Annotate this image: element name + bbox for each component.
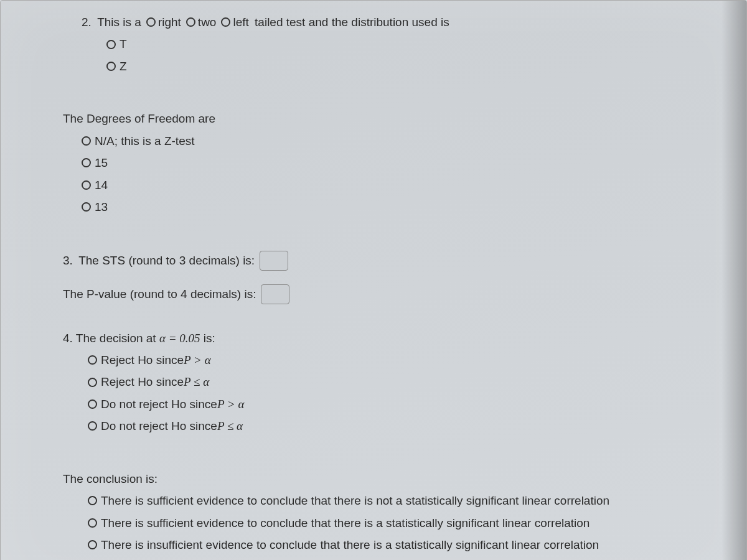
conclusion-section: The conclusion is: There is sufficient e… (63, 470, 721, 560)
concl-opt-3: There is insufficient evidence to conclu… (101, 536, 599, 554)
dec-opt-3a: Do not reject Ho since (101, 395, 217, 413)
q3-pval-label: The P-value (round to 4 decimals) is: (63, 285, 256, 303)
radio-concl-2[interactable] (88, 518, 97, 528)
dec-opt-4b: P ≤ α (217, 417, 243, 435)
question-2: 2. This is a right two left tailed test … (82, 13, 721, 75)
q3-sts-label: The STS (round to 3 decimals) is: (78, 251, 255, 269)
dist-opt-z: Z (120, 57, 127, 75)
radio-dec-4[interactable] (88, 421, 97, 431)
concl-opt-2: There is sufficient evidence to conclude… (101, 514, 590, 532)
dist-opt-t: T (120, 35, 127, 53)
df-heading: The Degrees of Freedom are (63, 110, 721, 128)
concl-opt-4: There is insufficient evidence to conclu… (101, 558, 560, 560)
radio-dec-1[interactable] (88, 355, 97, 365)
question-3: 3. The STS (round to 3 decimals) is: The… (63, 251, 721, 304)
q2-opt-two: two (198, 13, 217, 31)
question-number: 2. (82, 13, 92, 31)
dec-opt-3b: P > α (217, 395, 245, 413)
concl-opt-1: There is sufficient evidence to conclude… (101, 492, 609, 510)
dec-opt-2a: Reject Ho since (101, 373, 184, 391)
q2-prefix: This is a (97, 13, 141, 31)
df-section: The Degrees of Freedom are N/A; this is … (63, 110, 721, 216)
df-opt-14: 14 (95, 176, 108, 194)
radio-concl-3[interactable] (88, 540, 97, 549)
dec-opt-2b: P ≤ α (184, 373, 209, 391)
radio-dec-3[interactable] (88, 399, 97, 409)
radio-left[interactable] (221, 17, 230, 27)
radio-dist-z[interactable] (106, 62, 116, 71)
dec-opt-1a: Reject Ho since (101, 351, 184, 369)
q2-opt-left: left (233, 13, 248, 31)
radio-dist-t[interactable] (106, 40, 116, 49)
df-opt-13: 13 (95, 198, 108, 216)
df-opt-na: N/A; this is a Z-test (95, 132, 194, 150)
q3-number: 3. (63, 251, 73, 269)
q2-after: tailed test and the distribution used is (255, 13, 449, 31)
pvalue-input[interactable] (261, 284, 289, 304)
conclusion-heading: The conclusion is: (63, 470, 721, 488)
q2-opt-right: right (158, 13, 181, 31)
radio-df-15[interactable] (82, 158, 91, 167)
dec-opt-1b: P > α (184, 351, 211, 369)
radio-two[interactable] (186, 17, 195, 27)
q4-alpha: α = 0.05 (159, 332, 200, 345)
radio-df-14[interactable] (82, 180, 91, 190)
dec-opt-4a: Do not reject Ho since (101, 417, 217, 435)
df-opt-15: 15 (95, 154, 108, 172)
quiz-page: 2. This is a right two left tailed test … (0, 0, 747, 560)
q4-number: 4. (63, 332, 73, 345)
question-4: 4. The decision at α = 0.05 is: Reject H… (63, 329, 721, 436)
radio-right[interactable] (146, 17, 156, 27)
radio-df-na[interactable] (82, 136, 91, 146)
radio-df-13[interactable] (82, 202, 91, 212)
radio-concl-1[interactable] (88, 496, 97, 505)
q4-prompt-a: The decision at (76, 332, 159, 345)
sts-input[interactable] (260, 251, 288, 271)
q4-prompt-c: is: (200, 332, 215, 345)
radio-dec-2[interactable] (88, 378, 97, 387)
